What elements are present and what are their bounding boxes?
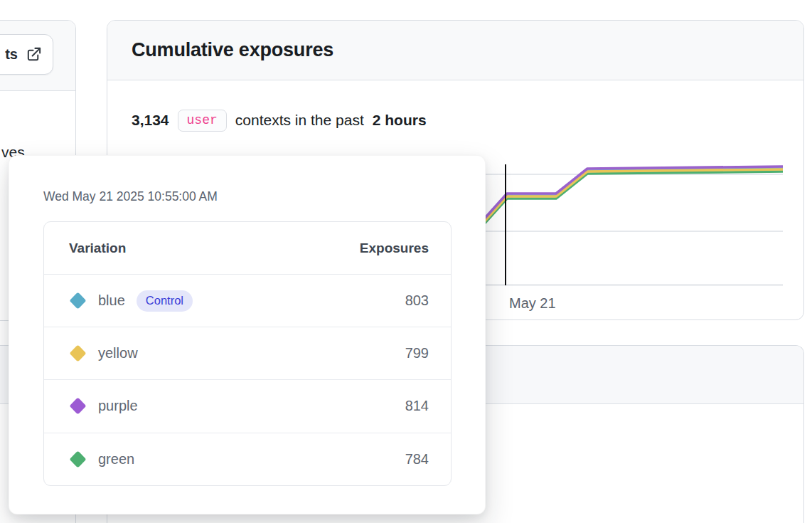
page: ves ts Cumulative exposures 3,134 user c… (0, 0, 812, 523)
exposures-value: 803 (405, 292, 429, 309)
series-line-blue (449, 169, 783, 260)
series-lines (449, 167, 783, 263)
x-axis-tick-label: May 21 (509, 295, 556, 311)
variation-diamond-icon (69, 398, 86, 415)
series-line-yellow (449, 169, 783, 261)
control-badge: Control (137, 290, 193, 312)
tooltip-table-header: Variation Exposures (44, 222, 451, 274)
open-external-button-label: ts (5, 46, 18, 63)
card-title: Cumulative exposures (132, 39, 333, 61)
table-row: purple 814 (44, 379, 451, 432)
variation-diamond-icon (69, 345, 86, 362)
table-row: green 784 (44, 433, 451, 485)
external-link-icon (26, 46, 42, 63)
exposures-value: 799 (405, 345, 429, 361)
variation-diamond-icon (69, 292, 86, 310)
tooltip-timestamp: Wed May 21 2025 10:55:00 AM (43, 189, 218, 204)
table-row: blue Control 803 (44, 274, 451, 327)
exposures-column-header: Exposures (360, 241, 429, 256)
series-line-purple (449, 167, 783, 258)
open-external-button[interactable]: ts (0, 34, 53, 75)
exposures-value: 814 (405, 398, 429, 414)
series-line-green (449, 171, 783, 263)
tooltip-table: Variation Exposures blue Control 803 yel… (43, 221, 452, 486)
variation-column-header: Variation (69, 241, 126, 256)
variation-name: blue (98, 292, 125, 309)
exposures-card-header: Cumulative exposures (107, 21, 803, 80)
table-row: yellow 799 (44, 327, 451, 379)
exposures-value: 784 (405, 451, 429, 467)
chart-tooltip: Wed May 21 2025 10:55:00 AM Variation Ex… (9, 155, 486, 514)
variation-name: purple (98, 398, 138, 414)
variation-name: green (98, 451, 134, 467)
variation-name: yellow (98, 345, 138, 361)
variation-diamond-icon (69, 450, 86, 467)
